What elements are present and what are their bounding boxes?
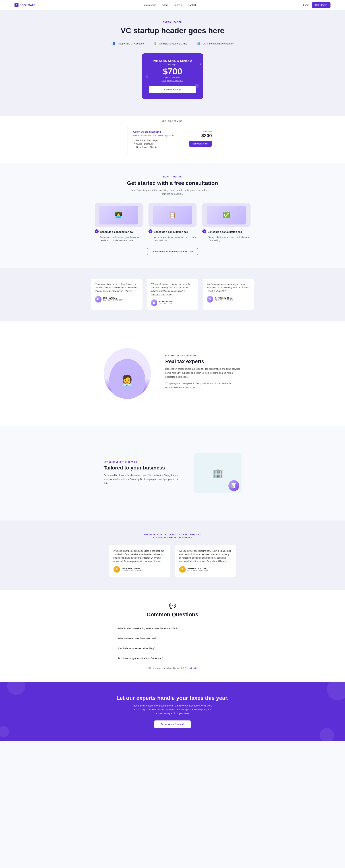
nav-about[interactable]: About (162, 4, 168, 6)
testimonial-author-2: N NORA BOOST CFO, NETLYPN (151, 300, 194, 306)
faq-icon: 💬 (14, 602, 331, 609)
chevron-down-icon-2: ⌄ (224, 636, 227, 640)
business-name-2: ANDREW CLINTON (187, 567, 208, 569)
testimonial-card-2: "We use Bookmate because we need the num… (147, 279, 198, 310)
hero-section: TAXES HEADER VC startup header goes here… (0, 10, 345, 116)
testimonial-card-1: "Bookmate allows me to put my finances o… (91, 279, 142, 310)
cpa-title: Real tax experts (165, 359, 241, 364)
chevron-down-icon-4: ⌄ (224, 656, 227, 660)
business-role-1: BOOKMATE CUSTOMER (122, 569, 143, 571)
get-started-button[interactable]: Get Started (312, 2, 331, 8)
feature-pill-cpa: 👤 Responsive CPA support (111, 41, 144, 46)
pricing-form-note: Form 1120 & More! (149, 76, 196, 79)
chevron-down-icon: ▾ (181, 4, 182, 6)
cpa-desc-1: Description of Bookmate tax experts - ta… (165, 367, 241, 379)
step-checkmark-icon: ✅ (223, 212, 230, 218)
business-info-1: ANDREW CLINTON BOOKMATE CUSTOMER (122, 567, 143, 571)
testimonial-card-3: "My Bookmate account manager is very res… (203, 279, 254, 310)
cpa-section: 🧑‍💼 RESPONSIVE CPA SUPPORT Real tax expe… (0, 321, 345, 426)
addon-section: ADD-ON SERVICE: Catch Up Bookkeeping Pai… (0, 116, 345, 163)
logo[interactable]: B BOOKMATE (14, 3, 35, 7)
how-it-works-section: HOW IT WORKS Get started with a free con… (0, 163, 345, 268)
addon-card-right: Starting at $200 Schedule a call (189, 130, 212, 147)
footer-schedule-button[interactable]: Schedule a free call (154, 720, 191, 728)
testimonial-author-3: O OLIVER HARRIS CEO, POLLPLOT INC. (207, 296, 250, 303)
international-icon: 🌐 (196, 41, 201, 46)
business-text-1: I've used other bookkeeping services in … (113, 549, 166, 563)
feature-pill-international: 🌐 US & international companies (196, 41, 234, 46)
tailored-office-icon: 🏢 (212, 468, 223, 478)
step-img-placeholder-2: 📋 (153, 206, 192, 224)
footer-cta-title: Let our experts handle your taxes this y… (14, 695, 331, 701)
step-desc-3: Simply submit your info, and we'll take … (202, 236, 250, 242)
check-icon-2: ✓ (133, 143, 135, 145)
testimonial-text-3: "My Bookmate account manager is very res… (207, 283, 250, 293)
addon-starting-label: Starting at (189, 130, 212, 132)
testimonials-grid: "Bookmate allows me to put my finances o… (91, 279, 254, 310)
addon-feature-1: ✓ Dedicated Bookkeeper (133, 139, 182, 142)
business-avatar-2: A (179, 566, 186, 572)
step-card-1: 🧑‍💻 1 Schedule a consultation call On ou… (95, 203, 143, 242)
chevron-down-icon-3: ⌄ (224, 646, 227, 650)
step-img-placeholder-1: 🧑‍💻 (99, 206, 138, 224)
faq-item-1[interactable]: What kind of bookkeeping service does Bo… (118, 623, 227, 633)
tailored-content: LET US HANDLE THE DETAILS Tailored to yo… (104, 461, 180, 485)
business-avatar-1: A (113, 566, 120, 572)
addon-feature-3: ✓ Up to 1 Year of Books (133, 146, 182, 149)
author-name-2: NORA BOOST (159, 301, 173, 303)
addon-label: ADD-ON SERVICE: (14, 120, 331, 122)
faq-item-4[interactable]: Do I have to sign a contract for Bookmat… (118, 653, 227, 663)
addon-price: $200 (189, 133, 212, 138)
login-button[interactable]: Login (303, 4, 309, 6)
author-info-1: MIA HOSMAN FOUNDER, DOCUSIFY (103, 297, 123, 301)
author-name-3: OLIVER HARRIS (215, 297, 234, 299)
nav-bookkeeping[interactable]: Bookkeeping (143, 4, 156, 6)
decor-dot-2 (195, 84, 199, 88)
tailored-badge: LET US HANDLE THE DETAILS (104, 461, 180, 463)
author-avatar-1: M (95, 296, 102, 303)
addon-card: Catch Up Bookkeeping Pair your taxes wit… (127, 126, 218, 154)
author-info-2: NORA BOOST CFO, NETLYPN (159, 301, 173, 305)
faq-title: Common Questions (14, 611, 331, 618)
step-desc-2: We send you simple instructions and a we… (148, 236, 197, 242)
addon-feature-label-3: Up to 1 Year of Books (136, 146, 158, 149)
cpa-desc-2: This paragraph can speak to the qualific… (165, 381, 241, 390)
addon-schedule-button[interactable]: Schedule a call (189, 141, 212, 147)
check-icon-1: ✓ (133, 139, 135, 142)
author-info-3: OLIVER HARRIS CEO, POLLPLOT INC. (215, 297, 234, 301)
logo-text: BOOKMATE (20, 3, 35, 6)
nav-actions: Login Get Started (303, 2, 331, 8)
faq-item-3[interactable]: Can I talk to someone before I buy? ⌄ (118, 643, 227, 653)
schedule-call-button[interactable]: Schedule a call (149, 86, 196, 93)
cpa-section-inner: 🧑‍💼 RESPONSIVE CPA SUPPORT Real tax expe… (82, 334, 263, 413)
how-it-works-desc: From financial preparation to e-filing, … (129, 188, 216, 196)
step-image-1: 🧑‍💻 (95, 203, 143, 227)
step-image-3: ✅ (202, 203, 250, 227)
pricing-view-structure-link[interactable]: View pricing structure → (149, 80, 196, 82)
step-card-3: ✅ 3 Schedule a consultation call Simply … (202, 203, 250, 242)
hero-badge: TAXES HEADER (4, 21, 341, 23)
step-img-placeholder-3: ✅ (207, 206, 246, 224)
faq-item-2[interactable]: What software does Bookmate use? ⌄ (118, 633, 227, 643)
businesses-grid: I've used other bookkeeping services in … (109, 545, 236, 577)
nav-taxes[interactable]: Taxes ▾ (174, 4, 182, 6)
step-number-3: 3 (202, 229, 206, 234)
tailored-title: Tailored to your business (104, 465, 180, 471)
how-it-works-badge: HOW IT WORKS (14, 176, 331, 178)
decor-dot-1 (145, 75, 148, 78)
digital-label: All digital & securely e-filed (159, 42, 187, 45)
chevron-down-icon-1: ⌄ (224, 626, 227, 630)
faq-contact-link[interactable]: Get in touch. (185, 667, 197, 670)
pricing-card-title: Pre-Seed, Seed, & Series A (149, 59, 196, 63)
step-number-1: 1 (95, 229, 99, 234)
cpa-badge: RESPONSIVE CPA SUPPORT (165, 355, 241, 357)
cpa-icon: 👤 (111, 41, 116, 46)
digital-icon: 🛡️ (153, 41, 158, 46)
schedule-consultation-button[interactable]: Schedule your free consultation call (147, 248, 198, 255)
addon-feature-label-2: Quick Turnaround (136, 143, 153, 145)
tailored-section-inner: LET US HANDLE THE DETAILS Tailored to yo… (82, 439, 263, 508)
how-it-works-title: Get started with a free consultation (14, 180, 331, 186)
business-author-1: A ANDREW CLINTON BOOKMATE CUSTOMER (113, 566, 166, 572)
testimonials-section: "Bookmate allows me to put my finances o… (0, 268, 345, 321)
nav-contact[interactable]: Contact (188, 4, 196, 6)
